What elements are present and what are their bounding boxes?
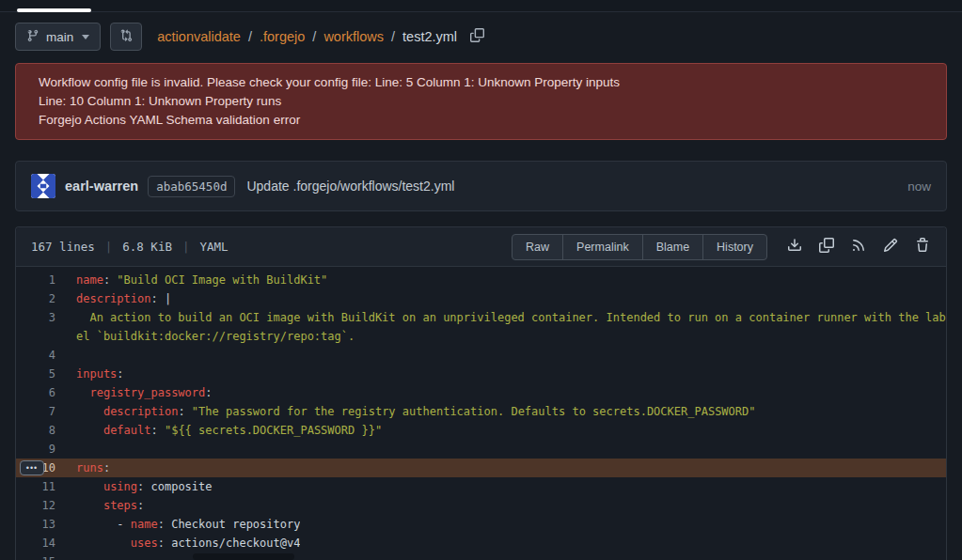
line-number[interactable]: 5 [16, 365, 55, 383]
code-line: 3 An action to build an OCI image with B… [16, 308, 946, 327]
code-line: 15 [16, 552, 946, 560]
code-line: 14 uses: actions/checkout@v4 [16, 534, 946, 552]
code-line-content [55, 346, 76, 365]
code-line-content: description: | [55, 289, 171, 308]
breadcrumb-segment: test2.yml [402, 29, 457, 44]
stats-separator: | [105, 240, 113, 254]
file-view-panel: 167 lines|6.8 KiB|YAML RawPermalinkBlame… [15, 226, 947, 560]
line-number[interactable]: 14 [16, 534, 55, 552]
delete-trash-icon [915, 238, 930, 256]
permalink-button[interactable]: Permalink [562, 235, 642, 259]
line-number[interactable]: 9 [16, 440, 55, 459]
file-stat: 6.8 KiB [122, 240, 172, 254]
breadcrumb-segment[interactable]: workflows [323, 29, 384, 44]
code-line-content: name: "Build OCI Image with BuildKit" [55, 271, 327, 289]
code-line-content: description: "The password for the regis… [55, 402, 756, 421]
code-line-content: inputs: [55, 365, 124, 383]
line-options-ellipsis-button[interactable]: ••• [20, 460, 44, 475]
history-button[interactable]: History [702, 235, 766, 259]
code-line: 1name: "Build OCI Image with BuildKit" [16, 271, 946, 289]
file-header: 167 lines|6.8 KiB|YAML RawPermalinkBlame… [16, 227, 946, 267]
latest-commit-bar: earl-warren abab65450d Update .forgejo/w… [15, 161, 947, 211]
code-line-content: using: composite [55, 477, 213, 496]
line-number[interactable]: 13 [16, 515, 55, 534]
active-tab-underline [17, 8, 91, 12]
code-line-content: default: "${{ secrets.DOCKER_PASSWORD }}… [55, 421, 382, 440]
breadcrumb-separator: / [248, 29, 252, 44]
code-line: 8 default: "${{ secrets.DOCKER_PASSWORD … [16, 421, 946, 440]
code-line: 13 - name: Checkout repository [16, 515, 946, 534]
line-number[interactable]: 15 [16, 552, 55, 560]
raw-button[interactable]: Raw [513, 235, 562, 259]
code-line: 12 steps: [16, 496, 946, 515]
chevron-down-icon [82, 35, 89, 39]
error-line: Workflow config file is invalid. Please … [39, 73, 923, 92]
code-line-content: An action to build an OCI image with Bui… [55, 308, 946, 327]
code-line-content: steps: [55, 496, 144, 515]
delete-file-button[interactable] [908, 234, 937, 259]
compare-branches-button[interactable] [110, 23, 142, 51]
copy-content-icon [819, 238, 834, 256]
code-line: 9 [16, 440, 946, 459]
code-line-content: runs: [55, 459, 110, 477]
commit-author[interactable]: earl-warren [65, 179, 138, 194]
code-line-content: el `buildkit:docker://registry/repo:tag`… [55, 327, 355, 346]
file-stat: 167 lines [31, 240, 95, 254]
code-line: 6 registry_password: [16, 383, 946, 402]
edit-pencil-icon [883, 238, 898, 256]
line-number[interactable]: 11 [16, 477, 55, 496]
code-line: 4 [16, 346, 946, 365]
horizontal-scrollbar-thumb[interactable] [193, 553, 294, 560]
rss-feed-icon [851, 238, 866, 256]
stats-separator: | [182, 240, 190, 254]
copy-content-button[interactable] [812, 234, 841, 259]
code-line-content: uses: actions/checkout@v4 [55, 534, 300, 552]
breadcrumb: actionvalidate/.forgejo/workflows/test2.… [157, 29, 457, 44]
file-view-button-group: RawPermalinkBlameHistory [512, 234, 767, 260]
rss-feed-button[interactable] [844, 234, 873, 259]
breadcrumb-segment[interactable]: .forgejo [260, 29, 305, 44]
avatar[interactable] [31, 174, 55, 198]
breadcrumb-separator: / [312, 29, 316, 44]
copy-file-path-button[interactable] [468, 26, 486, 47]
code-line-content: - name: Checkout repository [55, 515, 300, 534]
line-number[interactable]: 8 [16, 421, 55, 440]
line-number[interactable]: 7 [16, 402, 55, 421]
line-number[interactable]: 4 [16, 346, 55, 365]
code-line: •••10runs: [16, 459, 946, 477]
line-number[interactable]: 6 [16, 383, 55, 402]
commit-message[interactable]: Update .forgejo/workflows/test2.yml [246, 179, 454, 194]
code-line-content: registry_password: [55, 383, 213, 402]
code-line: 11 using: composite [16, 477, 946, 496]
line-number[interactable]: 2 [16, 289, 55, 308]
line-number[interactable]: 3 [16, 308, 55, 327]
git-compare-icon [119, 29, 133, 45]
file-stat: YAML [199, 240, 228, 254]
breadcrumb-segment[interactable]: actionvalidate [157, 29, 241, 44]
blame-button[interactable]: Blame [642, 235, 702, 259]
code-line: 5inputs: [16, 365, 946, 383]
code-line-content [55, 552, 76, 560]
line-number [16, 327, 55, 346]
commit-sha-badge[interactable]: abab65450d [148, 176, 235, 197]
file-stats: 167 lines|6.8 KiB|YAML [31, 240, 229, 254]
edit-file-button[interactable] [876, 234, 905, 259]
copy-path-icon [470, 28, 484, 45]
line-number[interactable]: 1 [16, 271, 55, 289]
error-line: Forgejo Actions YAML Schema validation e… [39, 111, 923, 130]
code-line: el `buildkit:docker://registry/repo:tag`… [16, 327, 946, 346]
code-line: 2description: | [16, 289, 946, 308]
top-tab-strip [0, 0, 962, 12]
file-nav-row: main actionvalidate/.forgejo/workflows/t… [15, 22, 947, 52]
code-view: 1name: "Build OCI Image with BuildKit"2d… [16, 267, 946, 560]
error-line: Line: 10 Column 1: Unknown Property runs [39, 92, 923, 111]
branch-name-label: main [46, 30, 73, 44]
line-number[interactable]: 12 [16, 496, 55, 515]
git-branch-icon [26, 29, 39, 45]
code-line-content [55, 440, 76, 459]
commit-time: now [907, 179, 931, 194]
file-actions: RawPermalinkBlameHistory [512, 234, 937, 260]
branch-selector-button[interactable]: main [15, 23, 101, 51]
download-button[interactable] [781, 234, 809, 259]
code-line: 7 description: "The password for the reg… [16, 402, 946, 421]
